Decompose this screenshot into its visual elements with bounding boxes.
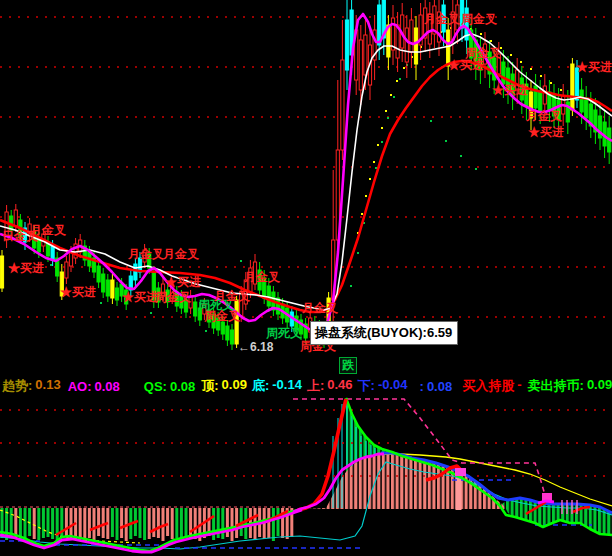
fall-status-badge: 跌 <box>339 357 357 374</box>
indicator-label: 下: <box>358 377 375 395</box>
indicator-value: 0.08 <box>170 379 195 394</box>
indicator-item: 顶:0.09 <box>201 377 247 395</box>
indicator-item: QS:0.08 <box>144 379 195 394</box>
pink-column <box>456 477 462 510</box>
indicator-label: 底: <box>252 377 269 395</box>
indicator-value: 0.09 <box>587 377 612 395</box>
indicator-value-row: 趋势:0.13AO:0.08QS:0.08顶:0.09底:-0.14上:0.46… <box>2 377 612 395</box>
indicator-label: 顶: <box>201 377 218 395</box>
indicator-value: 0.46 <box>327 377 352 395</box>
indicator-gridlines <box>0 410 612 476</box>
indicator-label: 卖出持币: <box>528 377 584 395</box>
indicator-label: 买入持股 <box>462 377 514 395</box>
indicator-label: QS: <box>144 379 167 394</box>
indicator-value: 0.09 <box>222 377 247 395</box>
indicator-value: -0.14 <box>272 377 302 395</box>
indicator-chart-panel[interactable] <box>0 396 612 556</box>
trading-app-window: 日金叉月金叉★买进★买进月金叉月金叉★买进周金叉★买进月金叉周死叉月金叉周金叉周… <box>0 0 612 556</box>
indicator-value: 0.13 <box>35 377 60 395</box>
indicator-label: 趋势: <box>2 377 32 395</box>
indicator-item: :0.08 <box>420 379 453 394</box>
indicator-value: 0.08 <box>427 379 452 394</box>
indicator-label: AO: <box>68 379 92 394</box>
magenta-blob <box>455 468 466 476</box>
indicator-item: 买入持股- <box>462 377 521 395</box>
indicator-item: 下:-0.04 <box>358 377 408 395</box>
candlesticks <box>0 0 610 350</box>
indicator-item: 上:0.46 <box>307 377 353 395</box>
buyok-tooltip: 操盘系统(BUYOK):6.59 <box>310 321 458 345</box>
price-chart-panel[interactable] <box>0 0 612 375</box>
indicator-value: - <box>517 377 521 395</box>
indicator-label: : <box>420 379 424 394</box>
indicator-value: 0.08 <box>95 379 120 394</box>
ma-line-mid-white <box>0 34 612 310</box>
indicator-item: 底:-0.14 <box>252 377 302 395</box>
indicator-item: 趋势:0.13 <box>2 377 61 395</box>
indicator-item: 卖出持币:0.09 <box>528 377 612 395</box>
indicator-label: 上: <box>307 377 324 395</box>
indicator-value: -0.04 <box>378 377 408 395</box>
indicator-item: AO:0.08 <box>68 379 120 394</box>
